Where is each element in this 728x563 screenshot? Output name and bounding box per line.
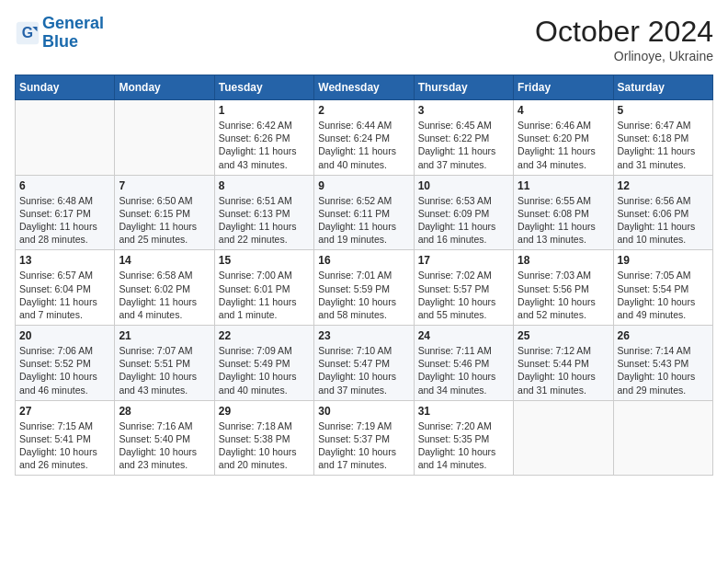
day-number: 1 <box>219 104 310 117</box>
day-info: Sunrise: 6:42 AM Sunset: 6:26 PM Dayligh… <box>219 119 310 171</box>
calendar-cell: 18Sunrise: 7:03 AM Sunset: 5:56 PM Dayli… <box>514 250 613 326</box>
calendar-cell: 17Sunrise: 7:02 AM Sunset: 5:57 PM Dayli… <box>414 250 513 326</box>
day-info: Sunrise: 6:55 AM Sunset: 6:08 PM Dayligh… <box>518 194 609 247</box>
day-number: 29 <box>219 405 310 418</box>
calendar-cell: 22Sunrise: 7:09 AM Sunset: 5:49 PM Dayli… <box>214 326 313 401</box>
day-number: 3 <box>418 104 509 117</box>
day-info: Sunrise: 6:58 AM Sunset: 6:02 PM Dayligh… <box>119 269 210 321</box>
calendar-cell: 28Sunrise: 7:16 AM Sunset: 5:40 PM Dayli… <box>115 400 214 476</box>
column-header-saturday: Saturday <box>613 75 712 100</box>
day-info: Sunrise: 7:10 AM Sunset: 5:47 PM Dayligh… <box>318 344 409 396</box>
day-number: 5 <box>618 104 709 117</box>
day-info: Sunrise: 7:01 AM Sunset: 5:59 PM Dayligh… <box>318 269 409 321</box>
calendar-header: SundayMondayTuesdayWednesdayThursdayFrid… <box>16 75 713 100</box>
day-info: Sunrise: 6:53 AM Sunset: 6:09 PM Dayligh… <box>418 194 509 247</box>
calendar-cell: 29Sunrise: 7:18 AM Sunset: 5:38 PM Dayli… <box>214 400 313 476</box>
day-number: 13 <box>19 254 110 267</box>
calendar-cell: 10Sunrise: 6:53 AM Sunset: 6:09 PM Dayli… <box>414 175 513 250</box>
day-info: Sunrise: 7:16 AM Sunset: 5:40 PM Dayligh… <box>119 419 210 472</box>
day-info: Sunrise: 6:47 AM Sunset: 6:18 PM Dayligh… <box>618 119 709 171</box>
calendar-cell: 27Sunrise: 7:15 AM Sunset: 5:41 PM Dayli… <box>16 400 115 476</box>
logo: G General Blue <box>15 15 104 52</box>
day-number: 2 <box>318 104 409 117</box>
calendar-cell: 5Sunrise: 6:47 AM Sunset: 6:18 PM Daylig… <box>613 100 712 176</box>
calendar-cell: 23Sunrise: 7:10 AM Sunset: 5:47 PM Dayli… <box>314 326 414 401</box>
day-number: 28 <box>119 405 210 418</box>
calendar-week-4: 20Sunrise: 7:06 AM Sunset: 5:52 PM Dayli… <box>16 326 713 401</box>
day-info: Sunrise: 6:50 AM Sunset: 6:15 PM Dayligh… <box>119 194 210 247</box>
day-number: 23 <box>318 329 409 342</box>
day-info: Sunrise: 7:05 AM Sunset: 5:54 PM Dayligh… <box>618 269 709 321</box>
calendar-cell: 9Sunrise: 6:52 AM Sunset: 6:11 PM Daylig… <box>314 175 414 250</box>
day-info: Sunrise: 7:07 AM Sunset: 5:51 PM Dayligh… <box>119 344 210 396</box>
header-row: SundayMondayTuesdayWednesdayThursdayFrid… <box>16 75 713 100</box>
day-info: Sunrise: 7:20 AM Sunset: 5:35 PM Dayligh… <box>418 419 509 472</box>
month-title: October 2024 <box>535 15 713 49</box>
day-number: 15 <box>219 254 310 267</box>
calendar-cell: 19Sunrise: 7:05 AM Sunset: 5:54 PM Dayli… <box>613 250 712 326</box>
day-info: Sunrise: 7:09 AM Sunset: 5:49 PM Dayligh… <box>219 344 310 396</box>
column-header-wednesday: Wednesday <box>314 75 414 100</box>
calendar-cell: 13Sunrise: 6:57 AM Sunset: 6:04 PM Dayli… <box>16 250 115 326</box>
day-number: 12 <box>618 179 709 192</box>
calendar-cell: 16Sunrise: 7:01 AM Sunset: 5:59 PM Dayli… <box>314 250 414 326</box>
day-number: 10 <box>418 179 509 192</box>
day-number: 18 <box>518 254 609 267</box>
logo-text: General Blue <box>42 15 104 52</box>
calendar-cell: 30Sunrise: 7:19 AM Sunset: 5:37 PM Dayli… <box>314 400 414 476</box>
day-info: Sunrise: 7:03 AM Sunset: 5:56 PM Dayligh… <box>518 269 609 321</box>
day-info: Sunrise: 7:12 AM Sunset: 5:44 PM Dayligh… <box>518 344 609 396</box>
calendar-cell: 21Sunrise: 7:07 AM Sunset: 5:51 PM Dayli… <box>115 326 214 401</box>
day-number: 25 <box>518 329 609 342</box>
column-header-sunday: Sunday <box>16 75 115 100</box>
day-number: 17 <box>418 254 509 267</box>
calendar-cell: 14Sunrise: 6:58 AM Sunset: 6:02 PM Dayli… <box>115 250 214 326</box>
calendar-cell: 26Sunrise: 7:14 AM Sunset: 5:43 PM Dayli… <box>613 326 712 401</box>
calendar-cell <box>613 400 712 476</box>
title-block: October 2024 Orlinoye, Ukraine <box>535 15 713 63</box>
day-number: 4 <box>518 104 609 117</box>
day-number: 7 <box>119 179 210 192</box>
day-number: 9 <box>318 179 409 192</box>
day-info: Sunrise: 6:52 AM Sunset: 6:11 PM Dayligh… <box>318 194 409 247</box>
day-info: Sunrise: 7:15 AM Sunset: 5:41 PM Dayligh… <box>19 419 110 472</box>
logo-blue: Blue <box>42 32 78 51</box>
calendar-cell: 15Sunrise: 7:00 AM Sunset: 6:01 PM Dayli… <box>214 250 313 326</box>
day-info: Sunrise: 7:14 AM Sunset: 5:43 PM Dayligh… <box>618 344 709 396</box>
day-number: 14 <box>119 254 210 267</box>
calendar-cell: 4Sunrise: 6:46 AM Sunset: 6:20 PM Daylig… <box>514 100 613 176</box>
day-info: Sunrise: 6:51 AM Sunset: 6:13 PM Dayligh… <box>219 194 310 247</box>
day-info: Sunrise: 6:48 AM Sunset: 6:17 PM Dayligh… <box>19 194 110 247</box>
day-number: 26 <box>618 329 709 342</box>
calendar-cell: 3Sunrise: 6:45 AM Sunset: 6:22 PM Daylig… <box>414 100 513 176</box>
calendar-cell <box>514 400 613 476</box>
day-info: Sunrise: 7:02 AM Sunset: 5:57 PM Dayligh… <box>418 269 509 321</box>
calendar-table: SundayMondayTuesdayWednesdayThursdayFrid… <box>15 75 713 476</box>
calendar-body: 1Sunrise: 6:42 AM Sunset: 6:26 PM Daylig… <box>16 100 713 476</box>
logo-icon: G <box>15 20 40 46</box>
calendar-cell: 11Sunrise: 6:55 AM Sunset: 6:08 PM Dayli… <box>514 175 613 250</box>
column-header-tuesday: Tuesday <box>214 75 313 100</box>
calendar-cell: 24Sunrise: 7:11 AM Sunset: 5:46 PM Dayli… <box>414 326 513 401</box>
day-info: Sunrise: 7:00 AM Sunset: 6:01 PM Dayligh… <box>219 269 310 321</box>
calendar-cell <box>16 100 115 176</box>
calendar-cell: 31Sunrise: 7:20 AM Sunset: 5:35 PM Dayli… <box>414 400 513 476</box>
day-info: Sunrise: 7:18 AM Sunset: 5:38 PM Dayligh… <box>219 419 310 472</box>
day-info: Sunrise: 7:19 AM Sunset: 5:37 PM Dayligh… <box>318 419 409 472</box>
svg-text:G: G <box>22 25 33 40</box>
day-number: 21 <box>119 329 210 342</box>
calendar-week-1: 1Sunrise: 6:42 AM Sunset: 6:26 PM Daylig… <box>16 100 713 176</box>
day-info: Sunrise: 6:44 AM Sunset: 6:24 PM Dayligh… <box>318 119 409 171</box>
calendar-week-5: 27Sunrise: 7:15 AM Sunset: 5:41 PM Dayli… <box>16 400 713 476</box>
day-info: Sunrise: 7:06 AM Sunset: 5:52 PM Dayligh… <box>19 344 110 396</box>
column-header-monday: Monday <box>115 75 214 100</box>
calendar-cell: 8Sunrise: 6:51 AM Sunset: 6:13 PM Daylig… <box>214 175 313 250</box>
calendar-cell: 20Sunrise: 7:06 AM Sunset: 5:52 PM Dayli… <box>16 326 115 401</box>
day-info: Sunrise: 6:57 AM Sunset: 6:04 PM Dayligh… <box>19 269 110 321</box>
calendar-week-2: 6Sunrise: 6:48 AM Sunset: 6:17 PM Daylig… <box>16 175 713 250</box>
calendar-cell: 25Sunrise: 7:12 AM Sunset: 5:44 PM Dayli… <box>514 326 613 401</box>
day-number: 27 <box>19 405 110 418</box>
calendar-cell: 7Sunrise: 6:50 AM Sunset: 6:15 PM Daylig… <box>115 175 214 250</box>
calendar-cell: 6Sunrise: 6:48 AM Sunset: 6:17 PM Daylig… <box>16 175 115 250</box>
calendar-week-3: 13Sunrise: 6:57 AM Sunset: 6:04 PM Dayli… <box>16 250 713 326</box>
